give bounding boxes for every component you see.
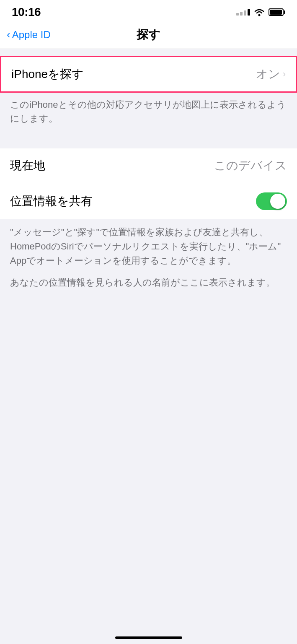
wifi-icon (253, 8, 265, 16)
find-iphone-status: オン (256, 66, 280, 82)
svg-point-0 (258, 14, 261, 16)
back-button[interactable]: ‹ Apple ID (7, 29, 51, 41)
settings-group: 現在地 このデバイス 位置情報を共有 (0, 148, 297, 219)
back-chevron-icon: ‹ (7, 29, 10, 40)
footer-description-2: あなたの位置情報を見られる人の名前がここに表示されます。 (0, 268, 297, 290)
find-iphone-chevron-icon: › (283, 69, 286, 80)
page-title: 探す (137, 27, 160, 43)
back-label: Apple ID (12, 29, 51, 41)
share-location-row[interactable]: 位置情報を共有 (0, 183, 297, 219)
share-location-label: 位置情報を共有 (10, 193, 93, 209)
signal-icon (236, 9, 250, 16)
toggle-knob (270, 194, 285, 209)
find-iphone-label: iPhoneを探す (11, 66, 84, 82)
find-iphone-section: iPhoneを探す オン › (0, 56, 297, 93)
battery-icon (269, 8, 285, 16)
share-location-toggle[interactable] (256, 192, 287, 210)
footer-description-1: "メッセージ"と"探す"で位置情報を家族および友達と共有し、HomePodのSi… (0, 219, 297, 268)
find-iphone-row[interactable]: iPhoneを探す オン › (1, 57, 296, 91)
location-row[interactable]: 現在地 このデバイス (0, 148, 297, 183)
location-value: このデバイス (214, 158, 287, 174)
location-label: 現在地 (10, 158, 45, 174)
status-icons (236, 8, 285, 16)
find-iphone-value: オン › (256, 66, 286, 82)
find-description: このiPhoneとその他の対応アクセサリが地図上に表示されるようにします。 (0, 93, 297, 134)
status-time: 10:16 (12, 5, 41, 19)
nav-bar: ‹ Apple ID 探す (0, 23, 297, 49)
status-bar: 10:16 (0, 0, 297, 23)
home-indicator (115, 636, 182, 639)
